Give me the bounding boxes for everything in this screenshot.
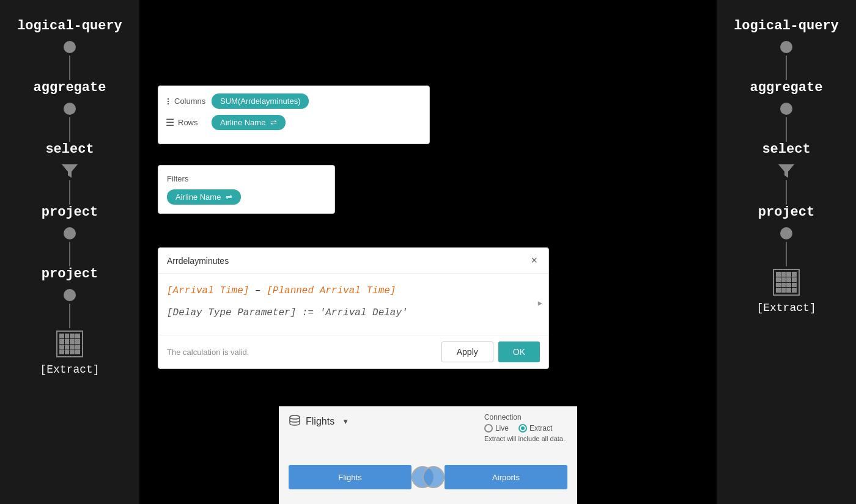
connection-panel: Connection Live Extract Extract will inc… xyxy=(484,413,565,442)
columns-shelf: ⫶ Columns SUM(Arrdelayminutes) xyxy=(166,93,422,109)
live-label: Live xyxy=(495,424,509,433)
left-node-logical-query: logical-query xyxy=(17,18,122,34)
join-table-airports[interactable]: Airports xyxy=(445,465,567,489)
extract-option[interactable]: Extract xyxy=(518,424,552,433)
tableau-header: ⫶ Columns SUM(Arrdelayminutes) ☰ Rows Ai… xyxy=(158,86,430,144)
join-diagram: Flights Airports xyxy=(289,460,567,494)
calc-name-input[interactable] xyxy=(167,256,528,266)
extract-note: Extract will include all data. xyxy=(484,435,565,442)
right-circle-logical xyxy=(780,41,792,53)
extract-radio[interactable] xyxy=(518,424,527,433)
connection-label: Connection xyxy=(484,413,522,422)
calc-close-button[interactable]: × xyxy=(528,254,540,267)
extract-label: Extract xyxy=(529,424,552,433)
join-table-flights-label: Flights xyxy=(338,473,361,482)
right-sidebar: logical-query aggregate select project [… xyxy=(717,0,856,504)
left-filter-icon xyxy=(61,162,79,180)
apply-button[interactable]: Apply xyxy=(441,341,493,362)
join-table-flights[interactable]: Flights xyxy=(289,465,411,489)
left-circle-project1 xyxy=(64,227,76,239)
left-line-2 xyxy=(69,117,70,142)
calc-arrow-icon: ▶ xyxy=(538,298,542,310)
connection-row: Live Extract xyxy=(484,424,565,433)
calc-dialog: × [Arrival Time] – [Planned Arrival Time… xyxy=(158,247,549,369)
svg-marker-0 xyxy=(62,164,78,178)
datasource-db-icon xyxy=(289,414,301,429)
rows-pill-filter-icon: ⇌ xyxy=(270,118,277,127)
ok-button[interactable]: OK xyxy=(498,341,540,362)
calc-operator: – xyxy=(249,285,267,296)
rows-label: ☰ Rows xyxy=(166,117,212,128)
left-line-4 xyxy=(69,242,70,266)
svg-point-2 xyxy=(290,415,300,419)
join-table-airports-label: Airports xyxy=(492,473,520,482)
calc-line-2: [Delay Type Parameter] := 'Arrival Delay… xyxy=(167,305,540,321)
calc-editor[interactable]: [Arrival Time] – [Planned Arrival Time] … xyxy=(158,274,548,335)
calc-planned-arrival: [Planned Arrival Time] xyxy=(267,285,396,296)
calc-line2-text: [Delay Type Parameter] := 'Arrival Delay… xyxy=(167,307,408,318)
columns-pill[interactable]: SUM(Arrdelayminutes) xyxy=(212,93,309,109)
live-option[interactable]: Live xyxy=(484,424,509,433)
calc-valid-text: The calculation is valid. xyxy=(167,348,249,357)
left-circle-logical xyxy=(64,41,76,53)
rows-pill-text: Airline Name xyxy=(220,118,265,127)
right-line-2 xyxy=(786,117,787,142)
filters-title: Filters xyxy=(167,174,326,183)
calc-dialog-header: × xyxy=(158,248,548,274)
rows-pill[interactable]: Airline Name ⇌ xyxy=(212,115,286,130)
right-query-tree: logical-query aggregate select project [… xyxy=(734,18,839,314)
left-circle-aggregate xyxy=(64,103,76,115)
right-node-select: select xyxy=(762,142,810,157)
left-query-tree: logical-query aggregate select project p… xyxy=(17,18,122,376)
calc-buttons: Apply OK xyxy=(441,341,540,362)
right-node-project: project xyxy=(758,205,814,220)
right-circle-project xyxy=(780,227,792,239)
live-radio[interactable] xyxy=(484,424,493,433)
left-line-5 xyxy=(69,304,70,328)
calc-arrival-time: [Arrival Time] xyxy=(167,285,249,296)
right-extract-label: [Extract] xyxy=(756,302,816,314)
left-extract-label: [Extract] xyxy=(40,363,99,376)
rows-shelf: ☰ Rows Airline Name ⇌ xyxy=(166,115,422,130)
columns-pill-text: SUM(Arrdelayminutes) xyxy=(220,97,300,106)
left-node-select: select xyxy=(45,142,94,157)
right-line-1 xyxy=(786,56,787,80)
calc-line-1: [Arrival Time] – [Planned Arrival Time] xyxy=(167,283,540,299)
right-filter-icon xyxy=(777,162,795,180)
filter-pill-text: Airline Name xyxy=(175,192,221,202)
left-circle-project2 xyxy=(64,289,76,301)
calc-footer: The calculation is valid. Apply OK xyxy=(158,335,548,368)
left-sidebar: logical-query aggregate select project p… xyxy=(0,0,139,504)
datasource-dropdown-icon[interactable]: ▼ xyxy=(342,417,349,426)
filter-pill-icon: ⇌ xyxy=(226,192,232,202)
left-node-project1: project xyxy=(42,205,98,220)
filter-pill[interactable]: Airline Name ⇌ xyxy=(167,189,241,205)
join-circles-group[interactable] xyxy=(411,466,445,488)
right-circle-aggregate xyxy=(780,103,792,115)
extract-radio-inner xyxy=(521,426,525,430)
right-node-aggregate: aggregate xyxy=(750,80,823,95)
join-circle-right xyxy=(422,466,445,488)
right-extract-icon xyxy=(773,269,800,296)
datasource-bar: Flights ▼ Connection Live Extract Extrac… xyxy=(279,406,577,504)
datasource-name: Flights xyxy=(306,416,334,427)
svg-marker-1 xyxy=(778,164,794,178)
filters-panel: Filters Airline Name ⇌ xyxy=(158,165,335,214)
left-extract-icon xyxy=(56,331,83,357)
left-line-1 xyxy=(69,56,70,80)
left-node-project2: project xyxy=(42,266,98,282)
columns-label: ⫶ Columns xyxy=(166,96,212,107)
right-line-4 xyxy=(786,242,787,266)
left-line-3 xyxy=(69,180,70,205)
right-node-logical-query: logical-query xyxy=(734,18,839,34)
right-line-3 xyxy=(786,180,787,205)
left-node-aggregate: aggregate xyxy=(34,80,106,95)
